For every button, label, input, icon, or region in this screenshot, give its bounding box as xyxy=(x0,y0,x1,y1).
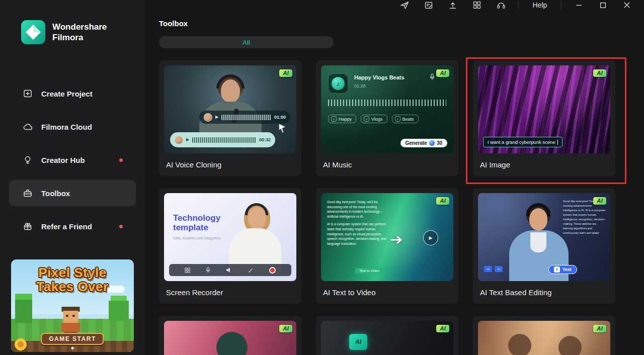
topbar-divider xyxy=(518,1,519,10)
ai-badge: AI xyxy=(436,69,449,77)
timeline-tags: ≡ ≡ xyxy=(484,266,503,272)
upload-icon[interactable] xyxy=(441,0,465,10)
screen-recorder-thumbnail: Technology template Data, Analytics and … xyxy=(164,193,296,281)
text-to-video-button: Text to Video xyxy=(355,268,383,274)
filter-all-pill[interactable]: All xyxy=(159,36,334,48)
send-icon[interactable] xyxy=(392,0,417,10)
support-headset-icon[interactable] xyxy=(489,0,513,10)
card-ai-image[interactable]: I want a grand cyberpunk scene AI AI Ima… xyxy=(473,60,615,176)
help-button[interactable]: Help xyxy=(524,1,556,9)
play-icon: ▶ xyxy=(186,138,189,142)
close-button[interactable] xyxy=(615,2,639,9)
tag-chip: ♪ Vlogs xyxy=(361,115,387,123)
tag-label: Vlogs xyxy=(371,117,383,122)
card-title: AI Voice Cloning xyxy=(164,153,296,176)
record-button-icon xyxy=(269,267,276,274)
speaker-icon xyxy=(226,267,232,273)
banner-title-line2: Takes Over xyxy=(11,280,134,294)
minimize-button[interactable] xyxy=(567,2,591,9)
play-icon: ▶ xyxy=(215,115,218,119)
main-area: Help Toolbox All xyxy=(145,0,644,355)
text-tool-button: T Text xyxy=(548,265,577,274)
sidebar-item-label: Create Project xyxy=(41,90,93,98)
brand-line1: Wondershare xyxy=(52,22,107,32)
tag-chip: ♪ Happy xyxy=(328,115,356,123)
filmora-window: Wondershare Filmora Create Project Filmo… xyxy=(0,0,644,355)
notification-dot xyxy=(119,158,123,162)
tag-icon: ≡ xyxy=(484,266,492,272)
waveform xyxy=(221,115,271,120)
ai-image-thumbnail: I want a grand cyberpunk scene AI xyxy=(478,65,610,153)
note-icon: ♪ xyxy=(331,116,337,122)
note-icon: ♪ xyxy=(364,116,369,122)
card-title: AI Text to Video xyxy=(321,281,453,304)
track-time: 01:28 xyxy=(354,83,366,88)
sidebar-item-filmora-cloud[interactable]: Filmora Cloud xyxy=(9,114,136,140)
ai-badge: AI xyxy=(436,325,449,332)
voice-clip-bar: ▶ 00:32 xyxy=(170,132,275,147)
sidebar-item-label: Toolbox xyxy=(41,189,70,198)
card-ai-music[interactable]: ♪ Happy Vlogs Beats 01:28 ··· ♪ xyxy=(316,60,458,176)
grid-icon xyxy=(185,268,190,273)
note-icon: ♪ xyxy=(395,116,400,122)
sidebar-item-refer-a-friend[interactable]: Refer a Friend xyxy=(9,213,136,239)
pixel-flower xyxy=(14,338,27,351)
tag-icon: ≡ xyxy=(495,266,503,272)
brand-name: Wondershare Filmora xyxy=(52,22,107,43)
brand-line2: Filmora xyxy=(52,32,107,43)
card-title: Screen Recorder xyxy=(164,281,296,304)
cursor-arrow-icon xyxy=(278,124,286,133)
ai-cube-icon: AI xyxy=(349,334,367,350)
mic-icon xyxy=(206,267,210,273)
maximize-button[interactable] xyxy=(591,2,615,9)
filmora-logo-icon xyxy=(21,20,45,44)
pixel-block xyxy=(15,300,32,323)
avatar xyxy=(204,113,212,122)
card-partial-2[interactable]: AI AI xyxy=(316,316,458,355)
page-title: Toolbox xyxy=(159,19,644,28)
game-start-button[interactable]: GAME START xyxy=(41,333,104,345)
ai-badge: AI xyxy=(279,69,292,77)
recording-toolbar xyxy=(169,264,291,276)
card-ai-text-to-video[interactable]: Good day everyone! Today, we'll be discu… xyxy=(316,188,458,304)
carousel-dot xyxy=(71,347,74,349)
card-partial-3[interactable]: AI xyxy=(473,316,615,355)
ai-text-to-video-thumbnail: Good day everyone! Today, we'll be discu… xyxy=(321,193,453,281)
voice-clip-bar: ▶ 01:00 xyxy=(199,111,290,124)
generate-label: Generate xyxy=(406,140,427,146)
new-project-icon xyxy=(23,88,33,99)
ai-badge: AI xyxy=(279,325,292,332)
ai-badge: AI xyxy=(593,197,606,205)
prompt-input: I want a grand cyberpunk scene xyxy=(483,137,562,147)
card-partial-1[interactable]: AI xyxy=(159,316,301,355)
apps-grid-icon[interactable] xyxy=(465,0,489,10)
pen-icon xyxy=(248,268,254,273)
text-icon: T xyxy=(554,267,560,273)
card-title: AI Text Based Editing xyxy=(478,281,610,304)
ai-text-based-editing-thumbnail: Good day everyone! Today most exciting a… xyxy=(478,193,610,281)
feedback-icon[interactable] xyxy=(417,0,441,10)
waveform-ticks xyxy=(328,100,446,106)
slide-title: Technology template xyxy=(173,213,220,232)
card-screen-recorder[interactable]: Technology template Data, Analytics and … xyxy=(159,188,301,304)
card-ai-voice-cloning[interactable]: ▶ 01:00 ▶ 00:32 AI xyxy=(159,60,301,176)
notification-dot xyxy=(119,225,123,228)
partial-thumbnail: AI xyxy=(478,321,610,355)
card-ai-text-based-editing[interactable]: Good day everyone! Today most exciting a… xyxy=(473,188,615,304)
arrow-right-icon xyxy=(390,235,404,244)
sidebar-item-label: Creator Hub xyxy=(41,156,85,164)
sidebar-item-create-project[interactable]: Create Project xyxy=(9,80,136,107)
play-button-icon: ▶ xyxy=(423,230,438,245)
tag-label: Beats xyxy=(403,117,414,122)
ai-badge: AI xyxy=(593,325,606,332)
tools-grid: ▶ 01:00 ▶ 00:32 AI xyxy=(159,60,644,355)
cloud-icon xyxy=(23,122,33,132)
promo-banner[interactable]: Pixel Style Takes Over GAME START xyxy=(11,259,134,352)
music-tags: ♪ Happy ♪ Vlogs ♪ Beats xyxy=(328,115,419,123)
tag-label: Happy xyxy=(339,117,352,122)
sidebar-item-toolbox[interactable]: Toolbox xyxy=(9,180,136,206)
text-caret xyxy=(557,140,558,145)
sidebar-item-creator-hub[interactable]: Creator Hub xyxy=(9,147,136,173)
mic-icon xyxy=(430,73,435,80)
slide-subtitle: Data, Analytics and Integration xyxy=(173,236,221,240)
